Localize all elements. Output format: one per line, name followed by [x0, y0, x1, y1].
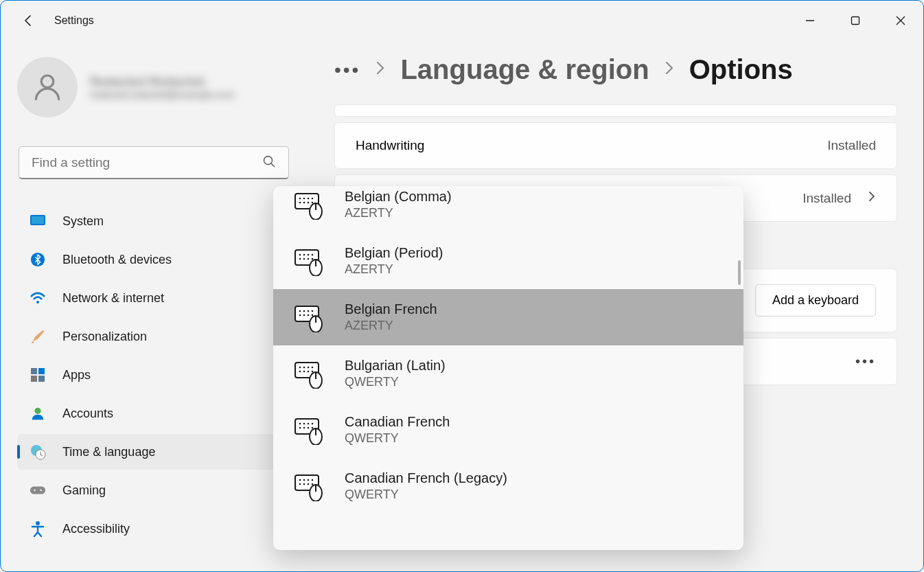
svg-point-28 — [312, 202, 314, 204]
svg-point-49 — [308, 314, 310, 317]
svg-line-4 — [271, 163, 275, 167]
card-status: Installed — [827, 138, 876, 153]
user-text: Redacted Redacted redacted.redacted@exam… — [90, 75, 234, 100]
svg-point-32 — [299, 254, 301, 256]
svg-point-26 — [303, 202, 305, 204]
sidebar-item-label: Accessibility — [62, 522, 130, 536]
gamepad-icon — [30, 482, 46, 499]
titlebar: Settings — [1, 1, 923, 41]
keyboard-name: Belgian French — [345, 301, 437, 317]
close-button[interactable] — [878, 3, 923, 38]
svg-point-71 — [308, 427, 310, 429]
chevron-right-icon — [376, 60, 385, 80]
keyboard-layout: QWERTY — [345, 375, 446, 389]
card-partial-top[interactable] — [334, 104, 897, 117]
svg-point-27 — [308, 202, 310, 204]
svg-point-72 — [312, 427, 314, 429]
svg-point-18 — [40, 490, 42, 492]
sidebar-item-label: Accounts — [62, 407, 113, 421]
svg-point-17 — [34, 490, 36, 492]
minimize-button[interactable] — [787, 3, 833, 38]
keyboard-name: Bulgarian (Latin) — [345, 358, 446, 374]
sidebar-item-network[interactable]: Network & internet — [17, 280, 292, 316]
sidebar-item-label: Time & language — [62, 445, 155, 459]
app-title: Settings — [54, 14, 94, 27]
keyboard-icon — [294, 302, 324, 332]
keyboard-name: Belgian (Period) — [345, 245, 443, 261]
svg-point-38 — [308, 258, 310, 260]
sidebar-item-accessibility[interactable]: Accessibility — [17, 511, 292, 547]
scrollbar-thumb[interactable] — [738, 260, 741, 285]
svg-point-70 — [303, 427, 305, 429]
keyboard-layout-item[interactable]: Bulgarian (Latin) QWERTY — [273, 345, 743, 402]
svg-point-36 — [299, 258, 301, 260]
keyboard-layout-item[interactable]: Canadian French (Legacy) QWERTY — [273, 458, 743, 514]
keyboard-layout-popup: Belgian (Comma) AZERTY Belgian (Period) … — [273, 186, 743, 550]
search-box[interactable] — [19, 146, 289, 179]
more-options-button[interactable]: ••• — [855, 354, 876, 369]
svg-point-19 — [36, 521, 40, 525]
svg-point-35 — [312, 254, 314, 256]
sidebar: System Bluetooth & devices Network & int… — [17, 203, 292, 547]
apps-icon — [30, 367, 46, 383]
svg-point-33 — [303, 254, 305, 256]
svg-point-2 — [41, 76, 54, 88]
keyboard-layout-item[interactable]: Belgian (Comma) AZERTY — [273, 186, 743, 233]
add-keyboard-button[interactable]: Add a keyboard — [755, 284, 876, 317]
keyboard-layout-item[interactable]: Canadian French QWERTY — [273, 402, 743, 458]
maximize-button[interactable] — [833, 3, 878, 38]
svg-point-47 — [299, 314, 301, 317]
sidebar-item-accounts[interactable]: Accounts — [17, 396, 292, 431]
svg-point-77 — [303, 479, 305, 481]
svg-point-82 — [308, 483, 310, 485]
card-status: Installed — [802, 191, 851, 206]
sidebar-item-label: Network & internet — [62, 291, 164, 306]
card-title: Handwriting — [356, 138, 424, 153]
card-handwriting[interactable]: Handwriting Installed — [334, 122, 897, 169]
sidebar-item-bluetooth[interactable]: Bluetooth & devices — [17, 242, 292, 277]
sidebar-item-time-language[interactable]: Time & language — [17, 434, 292, 470]
keyboard-layout-item[interactable]: Belgian (Period) AZERTY — [273, 233, 743, 289]
search-input[interactable] — [32, 155, 262, 170]
keyboard-layout-item[interactable]: Belgian French AZERTY — [273, 289, 743, 345]
svg-rect-1 — [852, 17, 859, 25]
svg-point-67 — [308, 423, 310, 425]
user-email: redacted.redacted@example.com — [90, 89, 234, 100]
globe-clock-icon — [30, 444, 46, 460]
svg-point-3 — [264, 156, 273, 164]
bluetooth-icon — [30, 251, 46, 268]
breadcrumb: ••• Language & region Options — [334, 54, 897, 85]
display-icon — [30, 213, 46, 229]
person-icon — [30, 405, 46, 422]
chevron-right-icon — [665, 60, 674, 80]
sidebar-item-gaming[interactable]: Gaming — [17, 472, 292, 508]
svg-rect-11 — [31, 376, 37, 382]
svg-point-43 — [299, 310, 301, 312]
keyboard-layout: AZERTY — [345, 319, 437, 333]
avatar — [17, 57, 78, 117]
keyboard-icon — [294, 358, 324, 389]
sidebar-item-apps[interactable]: Apps — [17, 357, 292, 393]
breadcrumb-more-button[interactable]: ••• — [334, 59, 360, 81]
svg-point-21 — [299, 198, 301, 200]
sidebar-item-label: Bluetooth & devices — [62, 253, 172, 267]
user-profile[interactable]: Redacted Redacted redacted.redacted@exam… — [17, 57, 234, 117]
sidebar-item-system[interactable]: System — [17, 203, 292, 239]
sidebar-item-personalization[interactable]: Personalization — [17, 319, 292, 354]
back-button[interactable] — [17, 9, 41, 32]
svg-point-34 — [308, 254, 310, 256]
svg-point-76 — [299, 479, 301, 481]
svg-point-23 — [308, 198, 310, 200]
user-name: Redacted Redacted — [90, 75, 234, 89]
breadcrumb-parent-link[interactable]: Language & region — [400, 54, 649, 85]
svg-point-45 — [308, 310, 310, 312]
svg-point-50 — [312, 314, 314, 317]
keyboard-icon — [294, 246, 324, 276]
keyboard-layout-list[interactable]: Belgian (Comma) AZERTY Belgian (Period) … — [273, 186, 743, 550]
svg-point-80 — [299, 483, 301, 485]
sidebar-item-label: Personalization — [62, 330, 147, 344]
svg-point-24 — [312, 198, 314, 200]
svg-point-79 — [312, 479, 314, 481]
svg-rect-10 — [38, 368, 45, 374]
svg-point-60 — [308, 371, 310, 373]
